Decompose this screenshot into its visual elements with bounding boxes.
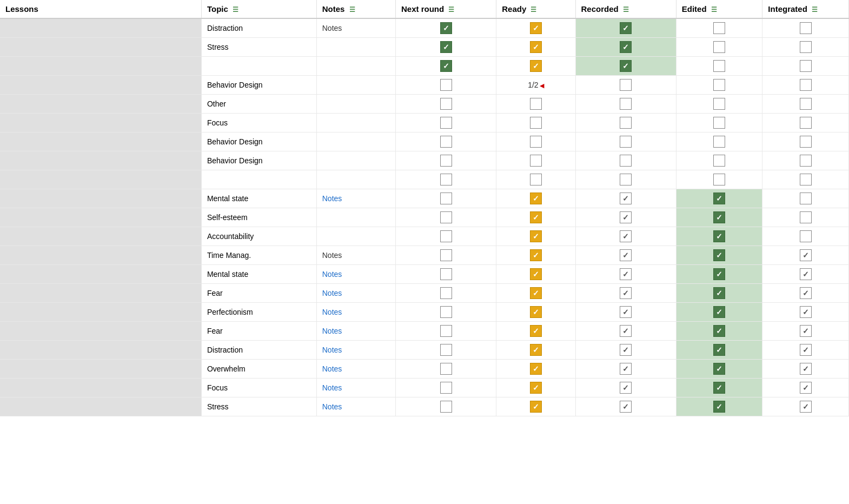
next-round-cell[interactable]: ✓ [396, 18, 496, 38]
checkbox-light[interactable]: ✓ [800, 401, 812, 413]
ready-cell[interactable]: ✓ [496, 246, 575, 265]
next-round-cell[interactable] [396, 132, 496, 151]
checkbox-empty[interactable] [800, 22, 812, 34]
recorded-cell[interactable] [575, 151, 676, 170]
integrated-cell[interactable]: ✓ [762, 284, 849, 303]
edited-cell[interactable]: ✓ [676, 246, 762, 265]
notes-cell[interactable]: Notes [316, 189, 395, 208]
checkbox-gold[interactable]: ✓ [530, 211, 542, 223]
checkbox-empty[interactable] [440, 344, 452, 356]
checkbox-gold[interactable]: ✓ [530, 230, 542, 242]
checkbox-empty[interactable] [440, 249, 452, 261]
checkbox-gold[interactable]: ✓ [530, 325, 542, 337]
recorded-cell[interactable]: ✓ [575, 360, 676, 379]
edited-cell[interactable]: ✓ [676, 397, 762, 416]
recorded-cell[interactable]: ✓ [575, 341, 676, 360]
ready-cell[interactable]: ✓ [496, 18, 575, 38]
checkbox-empty[interactable] [713, 41, 725, 53]
notes-cell[interactable]: Notes [316, 360, 395, 379]
notes-link[interactable]: Notes [322, 308, 342, 316]
checkbox-empty[interactable] [440, 174, 452, 185]
notes-link[interactable]: Notes [322, 270, 342, 278]
checkbox-light[interactable]: ✓ [620, 306, 632, 318]
checkbox-dark[interactable]: ✓ [620, 60, 632, 72]
checkbox-dark[interactable]: ✓ [713, 268, 725, 280]
recorded-cell[interactable] [575, 170, 676, 189]
next-round-cell[interactable] [396, 379, 496, 397]
next-round-cell[interactable] [396, 170, 496, 189]
checkbox-empty[interactable] [530, 117, 542, 129]
checkbox-empty[interactable] [440, 155, 452, 167]
checkbox-light[interactable]: ✓ [620, 268, 632, 280]
checkbox-empty[interactable] [800, 155, 812, 167]
edited-cell[interactable] [676, 95, 762, 114]
checkbox-empty[interactable] [620, 79, 632, 91]
filter-topic-icon[interactable]: ☰ [233, 6, 238, 14]
checkbox-empty[interactable] [800, 98, 812, 110]
checkbox-dark[interactable]: ✓ [713, 401, 725, 413]
notes-cell[interactable]: Notes [316, 397, 395, 416]
checkbox-gold[interactable]: ✓ [530, 249, 542, 261]
ready-cell[interactable]: ✓ [496, 360, 575, 379]
checkbox-empty[interactable] [440, 363, 452, 375]
next-round-cell[interactable]: ✓ [396, 57, 496, 76]
edited-cell[interactable] [676, 170, 762, 189]
edited-cell[interactable] [676, 151, 762, 170]
ready-cell[interactable] [496, 95, 575, 114]
checkbox-gold[interactable]: ✓ [530, 382, 542, 394]
checkbox-light[interactable]: ✓ [620, 382, 632, 394]
recorded-cell[interactable]: ✓ [575, 189, 676, 208]
checkbox-empty[interactable] [440, 287, 452, 299]
checkbox-dark[interactable]: ✓ [713, 325, 725, 337]
recorded-cell[interactable]: ✓ [575, 18, 676, 38]
checkbox-gold[interactable]: ✓ [530, 363, 542, 375]
next-round-cell[interactable] [396, 246, 496, 265]
checkbox-light[interactable]: ✓ [800, 325, 812, 337]
recorded-cell[interactable]: ✓ [575, 208, 676, 227]
checkbox-light[interactable]: ✓ [800, 344, 812, 356]
checkbox-light[interactable]: ✓ [800, 268, 812, 280]
checkbox-dark[interactable]: ✓ [713, 287, 725, 299]
notes-link[interactable]: Notes [322, 194, 342, 203]
ready-cell[interactable]: ✓ [496, 379, 575, 397]
checkbox-gold[interactable]: ✓ [530, 306, 542, 318]
checkbox-dark[interactable]: ✓ [713, 344, 725, 356]
checkbox-light[interactable]: ✓ [800, 363, 812, 375]
notes-cell[interactable]: Notes [316, 265, 395, 284]
integrated-cell[interactable]: ✓ [762, 322, 849, 341]
integrated-cell[interactable]: ✓ [762, 379, 849, 397]
recorded-cell[interactable]: ✓ [575, 57, 676, 76]
ready-cell[interactable]: ✓ [496, 397, 575, 416]
checkbox-dark[interactable]: ✓ [713, 249, 725, 261]
checkbox-dark[interactable]: ✓ [713, 211, 725, 223]
col-header-ready[interactable]: Ready ☰ [496, 0, 575, 18]
checkbox-light[interactable]: ✓ [800, 249, 812, 261]
ready-cell[interactable]: ✓ [496, 284, 575, 303]
checkbox-empty[interactable] [530, 174, 542, 185]
checkbox-dark[interactable]: ✓ [713, 363, 725, 375]
checkbox-dark[interactable]: ✓ [713, 382, 725, 394]
notes-link[interactable]: Notes [322, 327, 342, 335]
checkbox-empty[interactable] [713, 79, 725, 91]
checkbox-empty[interactable] [713, 117, 725, 129]
checkbox-checked[interactable]: ✓ [440, 41, 452, 53]
integrated-cell[interactable]: ✓ [762, 246, 849, 265]
checkbox-empty[interactable] [620, 155, 632, 167]
ready-cell[interactable]: ✓ [496, 227, 575, 246]
next-round-cell[interactable] [396, 322, 496, 341]
edited-cell[interactable] [676, 38, 762, 57]
recorded-cell[interactable]: ✓ [575, 322, 676, 341]
checkbox-empty[interactable] [800, 79, 812, 91]
checkbox-empty[interactable] [440, 230, 452, 242]
ready-cell[interactable] [496, 132, 575, 151]
checkbox-gold[interactable]: ✓ [530, 41, 542, 53]
checkbox-empty[interactable] [440, 98, 452, 110]
checkbox-empty[interactable] [440, 268, 452, 280]
checkbox-light[interactable]: ✓ [620, 249, 632, 261]
next-round-cell[interactable]: ✓ [396, 38, 496, 57]
integrated-cell[interactable]: ✓ [762, 397, 849, 416]
ready-cell[interactable]: ✓ [496, 265, 575, 284]
recorded-cell[interactable] [575, 76, 676, 95]
recorded-cell[interactable] [575, 95, 676, 114]
filter-ready-icon[interactable]: ☰ [530, 6, 536, 14]
